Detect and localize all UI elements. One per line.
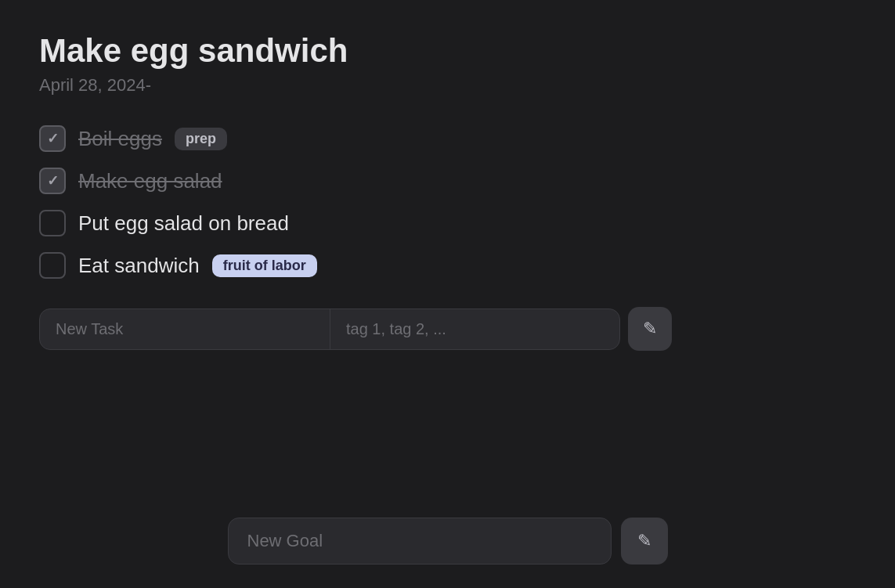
task-row: ✓ Make egg salad	[39, 161, 856, 200]
new-task-input-group	[39, 308, 620, 350]
new-goal-edit-button[interactable]: ✎	[621, 518, 668, 565]
task-label-3: Put egg salad on bread	[78, 211, 289, 236]
tasks-list: ✓ Boil eggs prep ✓ Make egg salad Put eg…	[39, 119, 856, 285]
task-tag-fruit[interactable]: fruit of labor	[212, 254, 317, 277]
task-row: Put egg salad on bread	[39, 204, 856, 243]
task-label-1: Boil eggs	[78, 127, 162, 151]
new-task-row: ✎	[39, 307, 856, 351]
checkmark-icon: ✓	[47, 130, 59, 147]
task-label-4: Eat sandwich	[78, 254, 200, 278]
task-checkbox-3[interactable]	[39, 210, 66, 236]
task-tag-prep[interactable]: prep	[175, 128, 227, 150]
new-task-tags-input[interactable]	[330, 309, 619, 349]
checkmark-icon: ✓	[47, 172, 59, 189]
goal-title: Make egg sandwich	[39, 31, 856, 70]
task-label-2: Make egg salad	[78, 169, 222, 193]
new-task-input[interactable]	[40, 309, 330, 349]
task-checkbox-1[interactable]: ✓	[39, 125, 66, 152]
new-goal-section: ✎	[0, 518, 895, 565]
edit-icon: ✎	[637, 531, 651, 551]
task-checkbox-2[interactable]: ✓	[39, 168, 66, 194]
new-task-edit-button[interactable]: ✎	[628, 307, 672, 351]
main-page: Make egg sandwich April 28, 2024- ✓ Boil…	[0, 0, 895, 429]
task-row: Eat sandwich fruit of labor	[39, 246, 856, 285]
task-checkbox-4[interactable]	[39, 252, 66, 279]
new-goal-input[interactable]	[228, 518, 612, 565]
goal-date: April 28, 2024-	[39, 75, 856, 96]
task-row: ✓ Boil eggs prep	[39, 119, 856, 158]
edit-icon: ✎	[643, 319, 657, 339]
